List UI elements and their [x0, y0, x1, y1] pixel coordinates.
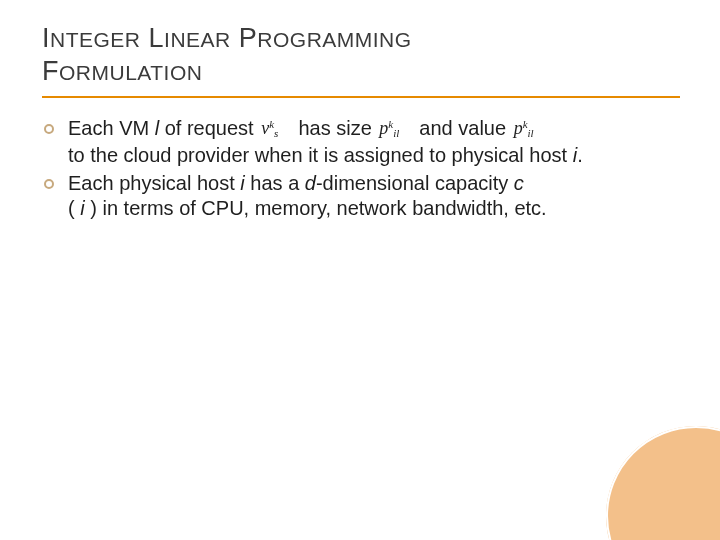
list-item: Each physical host i has a d-dimensional… — [42, 171, 680, 221]
title-part: F — [42, 56, 59, 86]
bullet-text: Each physical host i has a d-dimensional… — [68, 171, 680, 221]
title-part: I — [42, 23, 50, 53]
text: -dimensional capacity — [316, 172, 514, 194]
text: has size — [298, 117, 377, 139]
title-part: P — [239, 23, 258, 53]
math-expr: pkil — [377, 118, 401, 138]
text: ( — [68, 197, 80, 219]
content: Each VM l of request vkshas size pkiland… — [42, 116, 680, 221]
title-part: INEAR — [164, 28, 231, 51]
title-part: NTEGER — [50, 28, 141, 51]
text: of request — [159, 117, 259, 139]
italic: d — [305, 172, 316, 194]
text: to the cloud provider when it is assigne… — [68, 144, 573, 166]
title-part: ROGRAMMING — [257, 28, 411, 51]
math-expr: vks — [259, 118, 280, 138]
list-item: Each VM l of request vkshas size pkiland… — [42, 116, 680, 169]
text: Each physical host — [68, 172, 240, 194]
decorative-circle — [606, 426, 720, 540]
slide: INTEGER LINEAR PROGRAMMING FORMULATION E… — [0, 0, 720, 540]
bullet-icon — [44, 124, 54, 134]
text: . — [577, 144, 583, 166]
math-expr: pkil — [512, 118, 536, 138]
title-part: ORMULATION — [59, 61, 202, 84]
bullet-text: Each VM l of request vkshas size pkiland… — [68, 116, 680, 169]
text: and value — [419, 117, 511, 139]
title-part: L — [149, 23, 165, 53]
text: ) in terms of CPU, memory, network bandw… — [85, 197, 547, 219]
title-rule — [42, 96, 680, 98]
text: Each VM — [68, 117, 155, 139]
slide-title: INTEGER LINEAR PROGRAMMING FORMULATION — [42, 22, 680, 88]
bullet-icon — [44, 179, 54, 189]
title-block: INTEGER LINEAR PROGRAMMING FORMULATION — [42, 22, 680, 88]
text: has a — [245, 172, 305, 194]
italic: c — [514, 172, 524, 194]
